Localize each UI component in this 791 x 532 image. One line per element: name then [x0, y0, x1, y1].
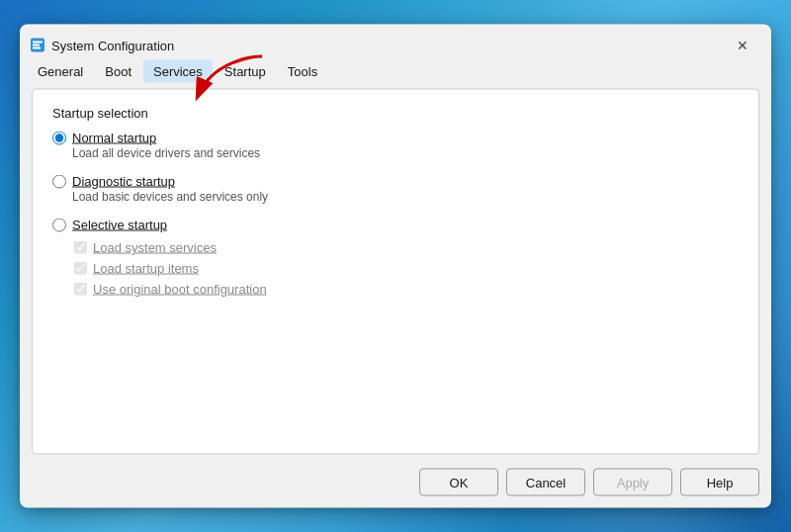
title-bar-left: System Configuration	[30, 38, 174, 53]
radio-title-diagnostic: Diagnostic startup	[72, 174, 175, 189]
radio-title-normal: Normal startup	[72, 131, 156, 145]
close-button[interactable]: ✕	[728, 35, 757, 56]
radio-option-normal: Normal startup Load all device drivers a…	[52, 131, 739, 168]
cancel-button[interactable]: Cancel	[506, 469, 585, 496]
svg-rect-2	[33, 44, 40, 46]
ok-button[interactable]: OK	[419, 469, 498, 496]
checkbox-text-load-startup: Load startup items	[93, 261, 199, 276]
radio-selective[interactable]	[52, 218, 66, 231]
menu-item-boot[interactable]: Boot	[95, 60, 141, 83]
checkbox-load-system[interactable]	[74, 241, 87, 254]
checkbox-label-load-startup[interactable]: Load startup items	[74, 261, 739, 276]
window-title: System Configuration	[51, 38, 174, 52]
menu-item-tools[interactable]: Tools	[278, 60, 327, 83]
radio-normal[interactable]	[52, 131, 66, 144]
checkbox-group: Load system services Load startup items …	[74, 240, 739, 297]
checkbox-label-load-system[interactable]: Load system services	[74, 240, 739, 255]
checkbox-load-startup[interactable]	[74, 262, 87, 275]
window-icon	[30, 38, 45, 53]
checkbox-text-load-system: Load system services	[93, 240, 217, 255]
menu-item-startup[interactable]: Startup	[215, 60, 276, 83]
svg-rect-3	[33, 47, 41, 49]
checkbox-label-use-original[interactable]: Use original boot configuration	[74, 282, 739, 297]
section-label: Startup selection	[52, 106, 739, 121]
checkbox-text-use-original: Use original boot configuration	[93, 282, 267, 297]
button-bar: OK Cancel Apply Help	[20, 463, 771, 508]
radio-label-normal[interactable]: Normal startup	[52, 131, 739, 145]
menu-bar: General Boot Services Startup Tools	[20, 56, 771, 83]
menu-item-services[interactable]: Services	[143, 60, 213, 83]
help-button[interactable]: Help	[680, 469, 759, 496]
radio-option-diagnostic: Diagnostic startup Load basic devices an…	[52, 174, 739, 212]
radio-title-selective: Selective startup	[72, 218, 167, 232]
content-area: Startup selection Normal startup Load al…	[32, 89, 759, 455]
radio-label-diagnostic[interactable]: Diagnostic startup	[52, 174, 739, 189]
radio-label-selective[interactable]: Selective startup	[52, 218, 739, 232]
menu-item-general[interactable]: General	[28, 60, 93, 83]
radio-diagnostic[interactable]	[52, 174, 66, 188]
svg-rect-1	[33, 42, 43, 44]
checkbox-use-original[interactable]	[74, 283, 87, 296]
title-bar: System Configuration ✕	[20, 25, 771, 56]
system-config-dialog: System Configuration ✕ General Boot Serv…	[20, 25, 771, 508]
radio-desc-diagnostic: Load basic devices and services only	[72, 190, 739, 204]
radio-option-selective: Selective startup Load system services L…	[52, 218, 739, 297]
radio-desc-normal: Load all device drivers and services	[72, 146, 739, 160]
radio-group: Normal startup Load all device drivers a…	[52, 131, 739, 303]
apply-button[interactable]: Apply	[593, 469, 672, 496]
